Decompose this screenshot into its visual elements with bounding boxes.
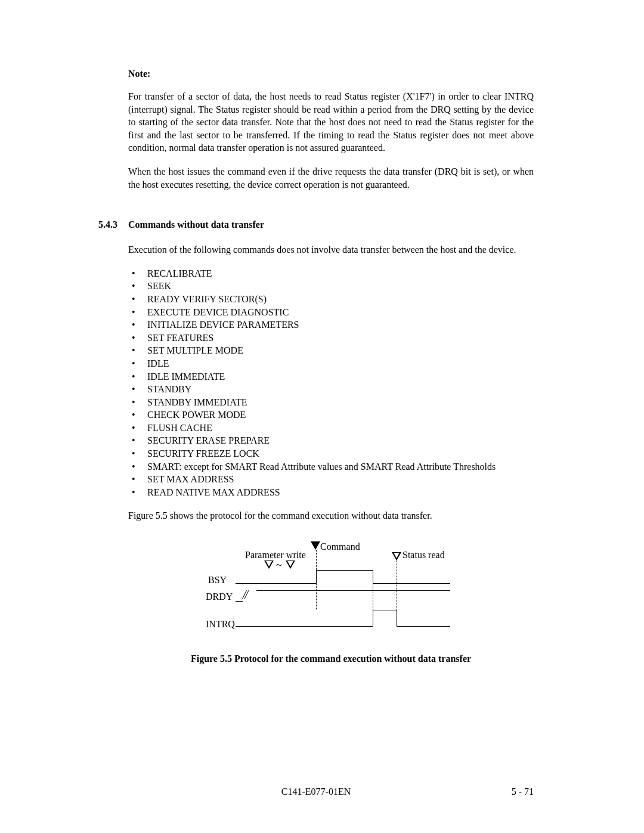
list-item: IDLE [128, 357, 534, 370]
footer-page-number: 5 - 71 [512, 786, 534, 797]
list-item: READ NATIVE MAX ADDRESS [128, 486, 534, 499]
figure-area: Parameter write Command Status read ~ BS… [128, 541, 534, 637]
footer: C141-E077-01EN 5 - 71 [98, 786, 534, 797]
intrq-low1 [236, 626, 373, 627]
list-item: IDLE IMMEDIATE [128, 370, 534, 383]
timing-diagram: Parameter write Command Status read ~ BS… [206, 541, 456, 637]
section-outro: Figure 5.5 shows the protocol for the co… [128, 509, 534, 522]
note-paragraph-1: For transfer of a sector of data, the ho… [128, 90, 534, 154]
label-parameter-write: Parameter write [245, 550, 306, 561]
list-item: STANDBY IMMEDIATE [128, 396, 534, 409]
intrq-rise [373, 611, 373, 626]
label-intrq: INTRQ [206, 619, 235, 630]
list-item: SMART: except for SMART Read Attribute v… [128, 460, 534, 473]
triangle-param-right-icon [286, 561, 295, 569]
triangle-status-icon [392, 552, 401, 561]
tilde-icon: ~ [276, 559, 282, 572]
list-item: SECURITY FREEZE LOCK [128, 447, 534, 460]
list-item: RECALIBRATE [128, 267, 534, 280]
drdy-slashes-icon: // [243, 588, 247, 602]
label-bsy: BSY [208, 575, 227, 586]
section-intro: Execution of the following commands does… [128, 243, 534, 256]
list-item: READY VERIFY SECTOR(S) [128, 293, 534, 306]
dash-command [316, 550, 317, 609]
triangle-param-left-icon [264, 561, 274, 569]
section-title: Commands without data transfer [128, 219, 264, 230]
dash-bsy-fall [373, 583, 373, 611]
list-item: EXECUTE DEVICE DIAGNOSTIC [128, 306, 534, 319]
list-item: FLUSH CACHE [128, 422, 534, 435]
intrq-fall [397, 611, 397, 626]
command-list: RECALIBRATE SEEK READY VERIFY SECTOR(S) … [128, 267, 534, 499]
bsy-high [316, 570, 373, 571]
label-status-read: Status read [402, 550, 445, 561]
section-number: 5.4.3 [98, 219, 128, 230]
section-heading: 5.4.3 Commands without data transfer [98, 219, 534, 230]
note-heading: Note: [128, 69, 534, 79]
figure-caption: Figure 5.5 Protocol for the command exec… [128, 654, 534, 664]
list-item: CHECK POWER MODE [128, 408, 534, 422]
drdy-high [256, 590, 450, 591]
list-item: SEEK [128, 280, 534, 293]
list-item: INITIALIZE DEVICE PARAMETERS [128, 318, 534, 332]
intrq-high [373, 611, 397, 611]
label-command: Command [320, 541, 360, 552]
list-item: SECURITY ERASE PREPARE [128, 434, 534, 447]
bsy-line [236, 583, 316, 584]
label-drdy: DRDY [206, 592, 233, 602]
intrq-low2 [397, 626, 450, 627]
note-paragraph-2: When the host issues the command even if… [128, 165, 534, 191]
dash-status [397, 561, 397, 611]
bsy-fall [373, 570, 373, 583]
list-item: SET FEATURES [128, 332, 534, 345]
list-item: SET MULTIPLE MODE [128, 344, 534, 357]
list-item: SET MAX ADDRESS [128, 473, 534, 486]
drdy-lead [236, 601, 243, 602]
bsy-low2 [373, 583, 450, 584]
triangle-command-icon [311, 541, 320, 550]
footer-doc-number: C141-E077-01EN [98, 786, 534, 797]
list-item: STANDBY [128, 383, 534, 396]
